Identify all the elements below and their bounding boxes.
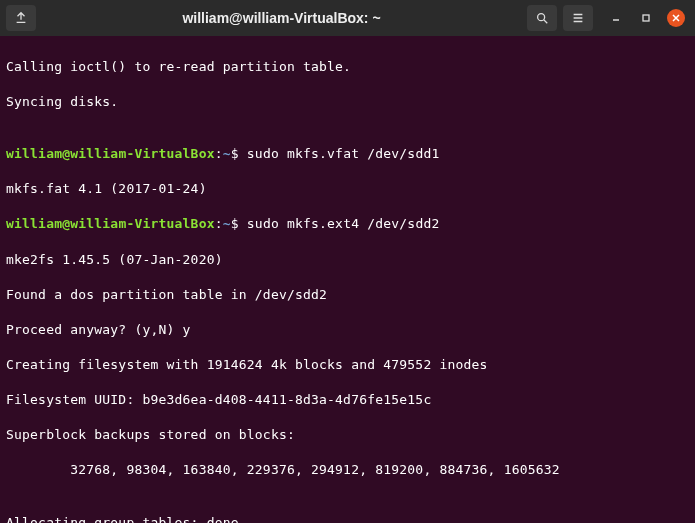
prompt-colon: : (215, 216, 223, 231)
output-line: Superblock backups stored on blocks: (6, 426, 689, 444)
prompt-line: william@william-VirtualBox:~$ sudo mkfs.… (6, 215, 689, 233)
prompt-dollar: $ (231, 216, 239, 231)
new-tab-button[interactable] (6, 5, 36, 31)
svg-point-0 (538, 14, 545, 21)
prompt-line: william@william-VirtualBox:~$ sudo mkfs.… (6, 145, 689, 163)
window-controls (607, 9, 685, 27)
command-text: sudo mkfs.ext4 /dev/sdd2 (239, 216, 440, 231)
search-button[interactable] (527, 5, 557, 31)
svg-rect-1 (643, 15, 649, 21)
terminal-body[interactable]: Calling ioctl() to re-read partition tab… (0, 36, 695, 523)
prompt-path: ~ (223, 216, 231, 231)
output-line: Syncing disks. (6, 93, 689, 111)
menu-button[interactable] (563, 5, 593, 31)
maximize-icon (641, 13, 651, 23)
output-line: Creating filesystem with 1914624 4k bloc… (6, 356, 689, 374)
output-line: Found a dos partition table in /dev/sdd2 (6, 286, 689, 304)
prompt-user: william (6, 146, 62, 161)
output-line: Allocating group tables: done (6, 514, 689, 523)
prompt-at: @ (62, 146, 70, 161)
prompt-host: william-VirtualBox (70, 216, 214, 231)
prompt-path: ~ (223, 146, 231, 161)
command-text: sudo mkfs.vfat /dev/sdd1 (239, 146, 440, 161)
output-line: 32768, 98304, 163840, 229376, 294912, 81… (6, 461, 689, 479)
prompt-at: @ (62, 216, 70, 231)
output-line: mkfs.fat 4.1 (2017-01-24) (6, 180, 689, 198)
prompt-dollar: $ (231, 146, 239, 161)
window-title: william@william-VirtualBox: ~ (42, 10, 521, 26)
new-tab-icon (14, 11, 28, 25)
titlebar: william@william-VirtualBox: ~ (0, 0, 695, 36)
output-line: Filesystem UUID: b9e3d6ea-d408-4411-8d3a… (6, 391, 689, 409)
minimize-icon (611, 13, 621, 23)
output-line: mke2fs 1.45.5 (07-Jan-2020) (6, 251, 689, 269)
search-icon (535, 11, 549, 25)
output-line: Proceed anyway? (y,N) y (6, 321, 689, 339)
output-line: Calling ioctl() to re-read partition tab… (6, 58, 689, 76)
close-button[interactable] (667, 9, 685, 27)
minimize-button[interactable] (607, 9, 625, 27)
maximize-button[interactable] (637, 9, 655, 27)
close-icon (671, 13, 681, 23)
prompt-host: william-VirtualBox (70, 146, 214, 161)
prompt-colon: : (215, 146, 223, 161)
hamburger-icon (571, 11, 585, 25)
prompt-user: william (6, 216, 62, 231)
